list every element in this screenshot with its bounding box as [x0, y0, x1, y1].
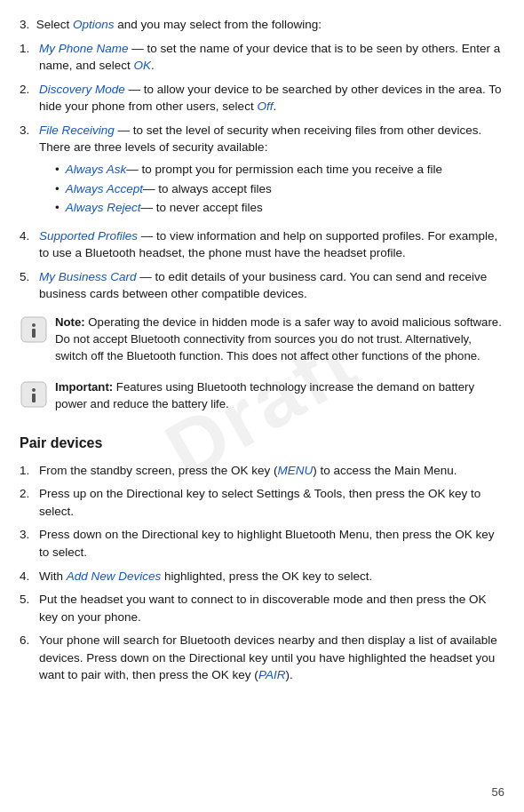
pair-item-5-num: 5.: [20, 591, 39, 609]
sub-item-4-content: Supported Profiles — to view information…: [39, 227, 504, 262]
always-ask-text: — to prompt you for permission each time…: [126, 161, 442, 179]
pair-item-1-num: 1.: [20, 462, 39, 480]
sub-item-3: 3. File Receiving — to set the level of …: [20, 122, 504, 221]
sub-item-3-content: File Receiving — to set the level of sec…: [39, 122, 504, 221]
sub-item-1-num: 1.: [20, 40, 39, 58]
sub-item-2: 2. Discovery Mode — to allow your device…: [20, 81, 504, 115]
svg-rect-2: [32, 329, 36, 338]
pair-item-2-num: 2.: [20, 485, 39, 503]
supported-profiles-link: Supported Profiles: [39, 229, 138, 243]
sub-item-1-content: My Phone Name — to set the name of your …: [39, 40, 504, 75]
note-box-2: Important: Features using Bluetooth tech…: [20, 375, 504, 416]
bullet-always-ask: Always Ask — to prompt you for permissio…: [55, 161, 504, 179]
pair-item-1-text: From the standby screen, press the OK ke…: [39, 464, 278, 477]
pair-item-1-text2: ) to access the Main Menu.: [313, 464, 457, 477]
note-icon-2: [20, 380, 48, 409]
off-link: Off: [257, 100, 273, 113]
sub-item-2-content: Discovery Mode — to allow your device to…: [39, 81, 504, 115]
intro-prefix: 3. Select: [20, 18, 73, 31]
note-1-label: Note:: [55, 315, 85, 329]
sub-item-4: 4. Supported Profiles — to view informat…: [20, 227, 504, 262]
pair-item-3-num: 3.: [20, 526, 39, 544]
sub-item-1: 1. My Phone Name — to set the name of yo…: [20, 40, 504, 75]
options-link: Options: [73, 18, 115, 31]
note-1-text: Note: Operating the device in hidden mod…: [55, 314, 504, 364]
my-business-card-link: My Business Card: [39, 270, 137, 283]
pair-item-3-content: Press down on the Directional key to hig…: [39, 526, 504, 561]
note-2-label: Important:: [55, 380, 113, 394]
always-accept-link: Always Accept: [66, 180, 143, 198]
pair-item-4-text: With: [39, 569, 67, 583]
menu-link: MENU: [278, 464, 314, 477]
always-ask-link: Always Ask: [66, 161, 127, 179]
pair-item-5: 5. Put the headset you want to connect t…: [20, 591, 504, 625]
sub-item-2-end: .: [273, 100, 276, 113]
sub-item-4-num: 4.: [20, 227, 39, 245]
note-icon-1: [20, 315, 48, 344]
svg-point-4: [32, 388, 36, 392]
sub-item-5-content: My Business Card — to edit details of yo…: [39, 268, 504, 303]
pair-item-6-num: 6.: [20, 632, 39, 649]
note-2-text: Important: Features using Bluetooth tech…: [55, 378, 504, 412]
always-accept-text: — to always accept files: [143, 180, 272, 198]
pair-item-4-text2: highlighted, press the OK key to select.: [161, 569, 372, 583]
pair-item-3: 3. Press down on the Directional key to …: [20, 526, 504, 561]
file-receiving-link: File Receiving: [39, 123, 115, 137]
pair-item-6-content: Your phone will search for Bluetooth dev…: [39, 632, 504, 684]
bullet-always-accept: Always Accept — to always accept files: [55, 180, 504, 198]
pair-item-6-end: ).: [285, 668, 292, 681]
sub-item-5: 5. My Business Card — to edit details of…: [20, 268, 504, 303]
sub-item-1-end: .: [151, 59, 155, 72]
sub-item-5-num: 5.: [20, 268, 39, 286]
sub-item-3-num: 3.: [20, 122, 39, 139]
note-box-1: Note: Operating the device in hidden mod…: [20, 310, 504, 368]
ok-link-1: OK: [134, 59, 152, 72]
pair-item-2-content: Press up on the Directional key to selec…: [39, 485, 504, 520]
sub-item-2-num: 2.: [20, 81, 39, 99]
pair-item-1: 1. From the standby screen, press the OK…: [20, 462, 504, 480]
page-number: 56: [492, 784, 504, 801]
page-content: 3. Select Options and you may select fro…: [20, 16, 504, 684]
pair-link: PAIR: [258, 668, 286, 681]
security-levels-list: Always Ask — to prompt you for permissio…: [55, 161, 504, 217]
pair-item-1-content: From the standby screen, press the OK ke…: [39, 462, 504, 480]
pair-devices-heading: Pair devices: [20, 433, 504, 453]
my-phone-name-link: My Phone Name: [39, 42, 129, 55]
bullet-always-reject: Always Reject — to never accept files: [55, 199, 504, 217]
pair-item-5-content: Put the headset you want to connect to i…: [39, 591, 504, 625]
note-2-body: Features using Bluetooth technology incr…: [55, 380, 474, 410]
svg-point-1: [32, 323, 36, 327]
add-new-devices-link: Add New Devices: [67, 569, 162, 583]
pair-item-6: 6. Your phone will search for Bluetooth …: [20, 632, 504, 684]
intro-suffix: and you may select from the following:: [115, 18, 322, 31]
always-reject-link: Always Reject: [66, 199, 141, 217]
always-reject-text: — to never accept files: [141, 199, 263, 217]
svg-rect-5: [32, 394, 36, 402]
pair-item-4: 4. With Add New Devices highlighted, pre…: [20, 568, 504, 585]
pair-item-2: 2. Press up on the Directional key to se…: [20, 485, 504, 520]
discovery-mode-link: Discovery Mode: [39, 83, 125, 96]
note-1-body: Operating the device in hidden mode is a…: [55, 315, 502, 362]
pair-item-4-num: 4.: [20, 568, 39, 585]
intro-line: 3. Select Options and you may select fro…: [20, 16, 504, 34]
pair-item-4-content: With Add New Devices highlighted, press …: [39, 568, 504, 585]
pair-devices-list: 1. From the standby screen, press the OK…: [20, 462, 504, 684]
